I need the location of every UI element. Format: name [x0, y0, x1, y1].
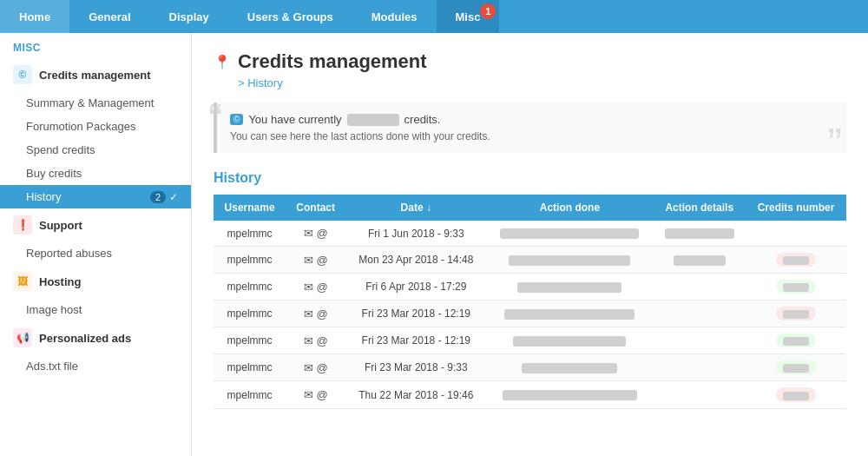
top-navigation: Home General Display Users & Groups Modu…	[0, 0, 868, 33]
breadcrumb[interactable]: History	[238, 76, 846, 89]
cell-username: mpelmmc	[214, 247, 286, 274]
personalized-icon: 📢	[13, 328, 32, 347]
history-badge: 2	[150, 191, 166, 203]
cell-action-done	[486, 301, 653, 327]
sidebar-section-misc: MISC	[0, 33, 191, 58]
at-icon[interactable]: @	[317, 361, 328, 374]
info-box: © You have currently credits. You can se…	[214, 102, 846, 153]
cell-action-done	[486, 381, 653, 408]
cell-credits-number	[746, 354, 846, 381]
cell-username: mpelmmc	[214, 301, 286, 327]
credits-icon-badge: ©	[230, 114, 243, 125]
email-icon[interactable]: ✉	[304, 307, 313, 321]
table-header-row: Username Contact Date ↓ Action done Acti…	[214, 195, 846, 221]
col-contact: Contact	[286, 195, 345, 221]
cell-credits-number	[746, 327, 846, 354]
table-row: mpelmmc✉@Thu 22 Mar 2018 - 19:46	[214, 381, 846, 408]
cell-credits-number	[746, 274, 846, 301]
sidebar-group-support[interactable]: ❗ Support	[0, 208, 191, 241]
sidebar-item-summary[interactable]: Summary & Management	[0, 91, 191, 115]
cell-date: Fri 1 Jun 2018 - 9:33	[345, 221, 486, 247]
cell-action-done	[486, 247, 653, 274]
credits-info-line: © You have currently credits.	[230, 113, 833, 126]
hosting-icon: 🖼	[13, 272, 32, 291]
check-icon: ✓	[169, 191, 178, 203]
sidebar-item-adstxt[interactable]: Ads.txt file	[0, 354, 191, 378]
page-layout: MISC © Credits management Summary & Mana…	[0, 33, 868, 456]
at-icon[interactable]: @	[317, 334, 328, 347]
cell-action-details	[653, 381, 746, 408]
sidebar-item-reported[interactable]: Reported abuses	[0, 241, 191, 265]
cell-date: Mon 23 Apr 2018 - 14:48	[345, 247, 486, 274]
cell-credits-number	[746, 221, 846, 247]
table-row: mpelmmc✉@Fri 23 Mar 2018 - 12:19	[214, 301, 846, 327]
col-date: Date ↓	[345, 195, 486, 221]
email-icon[interactable]: ✉	[304, 254, 313, 267]
email-icon[interactable]: ✉	[304, 388, 313, 401]
cell-date: Fri 23 Mar 2018 - 12:19	[345, 301, 486, 327]
cell-credits-number	[746, 247, 846, 274]
page-header: 📍 Credits management	[214, 50, 846, 73]
sidebar-item-history[interactable]: History 2 ✓	[0, 185, 191, 208]
sidebar-item-buy[interactable]: Buy credits	[0, 162, 191, 185]
sidebar-item-spend[interactable]: Spend credits	[0, 138, 191, 162]
sort-icon: ↓	[426, 202, 431, 214]
cell-date: Fri 23 Mar 2018 - 9:33	[345, 354, 486, 381]
col-username: Username	[214, 195, 286, 221]
email-icon[interactable]: ✉	[304, 334, 313, 347]
cell-date: Fri 23 Mar 2018 - 12:19	[345, 327, 486, 354]
sidebar: MISC © Credits management Summary & Mana…	[0, 33, 192, 456]
cell-action-details	[653, 221, 746, 247]
sidebar-group-hosting[interactable]: 🖼 Hosting	[0, 265, 191, 298]
cell-contact: ✉@	[286, 381, 345, 408]
at-icon[interactable]: @	[317, 388, 328, 401]
sidebar-group-personalized[interactable]: 📢 Personalized ads	[0, 321, 191, 354]
nav-general[interactable]: General	[69, 0, 149, 33]
sidebar-item-imagehost[interactable]: Image host	[0, 298, 191, 321]
credits-value-blurred	[347, 114, 399, 126]
cell-username: mpelmmc	[214, 327, 286, 354]
main-content: 📍 Credits management History © You have …	[192, 33, 868, 456]
nav-modules[interactable]: Modules	[352, 0, 437, 33]
cell-credits-number	[746, 381, 846, 408]
nav-misc[interactable]: Misc 1	[437, 0, 500, 33]
nav-users-groups[interactable]: Users & Groups	[228, 0, 352, 33]
table-body: mpelmmc✉@Fri 1 Jun 2018 - 9:33mpelmmc✉@M…	[214, 221, 846, 408]
cell-contact: ✉@	[286, 221, 345, 247]
nav-home[interactable]: Home	[0, 0, 69, 33]
support-icon: ❗	[13, 215, 32, 235]
table-row: mpelmmc✉@Fri 23 Mar 2018 - 12:19	[214, 327, 846, 354]
cell-action-details	[653, 327, 746, 354]
cell-action-details	[653, 301, 746, 327]
cell-action-details	[653, 274, 746, 301]
at-icon[interactable]: @	[317, 254, 328, 267]
at-icon[interactable]: @	[317, 307, 328, 321]
history-section-title: History	[214, 170, 846, 186]
email-icon[interactable]: ✉	[304, 227, 313, 240]
cell-credits-number	[746, 301, 846, 327]
nav-display[interactable]: Display	[150, 0, 228, 33]
sidebar-item-packages[interactable]: Forumotion Packages	[0, 115, 191, 138]
col-action-details: Action details	[653, 195, 746, 221]
at-icon[interactable]: @	[317, 227, 328, 240]
cell-action-done	[486, 274, 653, 301]
cell-action-done	[486, 221, 653, 247]
cell-action-done	[486, 327, 653, 354]
table-row: mpelmmc✉@Fri 1 Jun 2018 - 9:33	[214, 221, 846, 247]
history-table: Username Contact Date ↓ Action done Acti…	[214, 195, 846, 409]
pin-icon: 📍	[214, 54, 231, 70]
col-action-done: Action done	[486, 195, 653, 221]
page-title: Credits management	[238, 50, 427, 73]
at-icon[interactable]: @	[317, 281, 328, 294]
cell-action-details	[653, 354, 746, 381]
table-row: mpelmmc✉@Fri 23 Mar 2018 - 9:33	[214, 354, 846, 381]
cell-username: mpelmmc	[214, 354, 286, 381]
cell-date: Thu 22 Mar 2018 - 19:46	[345, 381, 486, 408]
cell-username: mpelmmc	[214, 221, 286, 247]
sidebar-group-credits[interactable]: © Credits management	[0, 58, 191, 91]
cell-username: mpelmmc	[214, 381, 286, 408]
cell-date: Fri 6 Apr 2018 - 17:29	[345, 274, 486, 301]
cell-contact: ✉@	[286, 247, 345, 274]
email-icon[interactable]: ✉	[304, 281, 313, 294]
email-icon[interactable]: ✉	[304, 361, 313, 374]
